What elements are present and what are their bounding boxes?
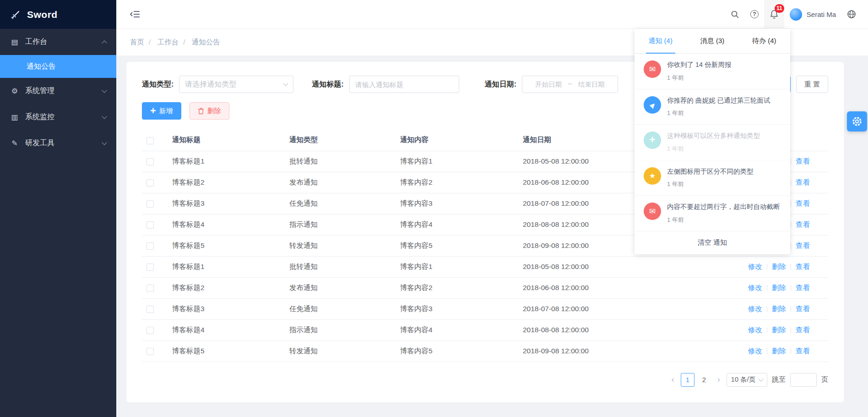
- notification-item[interactable]: 左侧图标用于区分不同的类型 1 年前: [635, 160, 790, 196]
- cell-actions: 修改删除查看: [656, 256, 828, 277]
- view-link[interactable]: 查看: [796, 178, 810, 186]
- cell-title: 博客标题5: [168, 340, 285, 362]
- notification-item[interactable]: 你收到了 14 份新周报 1 年前: [635, 54, 790, 89]
- edit-link[interactable]: 修改: [748, 305, 762, 313]
- cell-title: 博客标题4: [168, 319, 285, 340]
- sidebar-item[interactable]: 系统监控: [0, 104, 116, 130]
- delete-link[interactable]: 删除: [772, 347, 786, 355]
- row-checkbox[interactable]: [146, 263, 154, 271]
- help-button[interactable]: ?: [745, 0, 764, 29]
- view-link[interactable]: 查看: [796, 263, 810, 270]
- page-number-button[interactable]: 2: [697, 373, 711, 387]
- system-manage-icon: [10, 87, 19, 95]
- collapse-sidebar-button[interactable]: [130, 0, 146, 29]
- column-checkbox: [142, 130, 168, 151]
- cell-date: 2018-07-08 12:00:00: [518, 298, 656, 319]
- sidebar-item[interactable]: 通知公告: [0, 55, 116, 78]
- breadcrumb-link[interactable]: 通知公告: [192, 38, 220, 46]
- edit-link[interactable]: 修改: [748, 263, 762, 270]
- table-row: 博客标题4 指示通知 博客内容4 2018-08-08 12:00:00 修改删…: [142, 319, 828, 340]
- breadcrumb-link[interactable]: 工作台: [157, 38, 179, 46]
- notification-tab[interactable]: 通知 (4): [635, 29, 686, 53]
- notification-tab[interactable]: 消息 (3): [686, 29, 738, 53]
- plus-icon: [644, 132, 661, 149]
- app-logo[interactable]: Sword: [0, 0, 116, 29]
- delete-link[interactable]: 删除: [772, 263, 786, 270]
- jump-page-input[interactable]: [790, 373, 817, 387]
- breadcrumb-item: / 工作台: [144, 38, 179, 47]
- delete-link[interactable]: 删除: [772, 305, 786, 313]
- row-checkbox[interactable]: [146, 306, 154, 313]
- delete-button[interactable]: 删除: [190, 102, 229, 120]
- cell-type: 指示通知: [285, 319, 396, 340]
- view-link[interactable]: 查看: [796, 220, 810, 228]
- search-button[interactable]: [725, 0, 745, 29]
- edit-link[interactable]: 修改: [748, 326, 762, 334]
- mail-icon: [644, 203, 661, 220]
- notification-item[interactable]: 这种模板可以区分多种通知类型 1 年前: [635, 125, 790, 160]
- notification-item[interactable]: 你推荐的 曲妮妮 已通过第三轮面试 1 年前: [635, 89, 790, 125]
- notifications-button[interactable]: 11: [764, 0, 784, 29]
- view-link[interactable]: 查看: [796, 284, 810, 291]
- view-link[interactable]: 查看: [796, 157, 810, 165]
- reset-button[interactable]: 重 置: [796, 76, 828, 93]
- date-range-picker[interactable]: ~: [522, 76, 618, 93]
- row-checkbox[interactable]: [146, 327, 154, 334]
- cell-actions: 修改删除查看: [656, 298, 828, 319]
- sidebar-item[interactable]: 研发工具: [0, 130, 116, 156]
- row-checkbox[interactable]: [146, 221, 154, 229]
- notification-item[interactable]: 内容不要超过两行字，超出时自动截断 1 年前: [635, 196, 790, 231]
- breadcrumb-link[interactable]: 首页: [130, 38, 144, 46]
- cell-type: 转发通知: [285, 340, 396, 362]
- next-page-button[interactable]: [716, 375, 722, 384]
- action-divider: [791, 201, 791, 207]
- date-start-input[interactable]: [532, 80, 565, 88]
- date-end-input[interactable]: [575, 80, 608, 88]
- sidebar-item[interactable]: 工作台: [0, 29, 116, 55]
- sidebar-item[interactable]: 系统管理: [0, 78, 116, 104]
- user-menu[interactable]: Serati Ma: [784, 8, 841, 21]
- row-checkbox[interactable]: [146, 242, 154, 250]
- breadcrumb-item: 首页: [130, 38, 144, 47]
- select-all-checkbox[interactable]: [146, 137, 154, 144]
- action-divider: [767, 264, 767, 270]
- action-divider: [767, 327, 767, 333]
- cell-content: 博客内容1: [396, 256, 518, 277]
- chevron-icon: [102, 88, 107, 93]
- cell-type: 批转通知: [285, 151, 396, 172]
- row-checkbox[interactable]: [146, 200, 154, 208]
- row-checkbox[interactable]: [146, 179, 154, 187]
- notice-type-select[interactable]: 请选择通知类型: [179, 76, 293, 93]
- view-link[interactable]: 查看: [796, 241, 810, 249]
- language-button[interactable]: [841, 0, 856, 29]
- view-link[interactable]: 查看: [796, 199, 810, 207]
- clear-notifications-button[interactable]: 清空 通知: [635, 231, 790, 254]
- sidebar-item-label: 通知公告: [27, 62, 106, 71]
- action-divider: [767, 285, 767, 291]
- notification-title: 左侧图标用于区分不同的类型: [667, 167, 754, 176]
- row-checkbox[interactable]: [146, 348, 154, 355]
- add-button[interactable]: 新增: [142, 102, 181, 120]
- page-size-select[interactable]: 10 条/页: [727, 373, 767, 387]
- prev-page-button[interactable]: [670, 375, 676, 384]
- row-checkbox[interactable]: [146, 158, 154, 165]
- cell-type: 发布通知: [285, 172, 396, 193]
- view-link[interactable]: 查看: [796, 347, 810, 355]
- notification-tab[interactable]: 待办 (4): [738, 29, 790, 53]
- page-number-button[interactable]: 1: [681, 373, 694, 387]
- delete-link[interactable]: 删除: [772, 326, 786, 334]
- notice-date-label: 通知日期:: [485, 80, 516, 89]
- delete-link[interactable]: 删除: [772, 284, 786, 291]
- edit-link[interactable]: 修改: [748, 284, 762, 291]
- table-row: 博客标题1 批转通知 博客内容1 2018-05-08 12:00:00 修改删…: [142, 256, 828, 277]
- cell-date: 2018-08-08 12:00:00: [518, 319, 656, 340]
- cell-type: 指示通知: [285, 214, 396, 235]
- cell-date: 2018-05-08 12:00:00: [518, 256, 656, 277]
- settings-button[interactable]: [847, 111, 867, 132]
- edit-link[interactable]: 修改: [748, 347, 762, 355]
- notification-time: 1 年前: [667, 180, 754, 188]
- view-link[interactable]: 查看: [796, 305, 810, 313]
- view-link[interactable]: 查看: [796, 326, 810, 334]
- row-checkbox[interactable]: [146, 285, 154, 292]
- notice-title-input[interactable]: [349, 76, 459, 93]
